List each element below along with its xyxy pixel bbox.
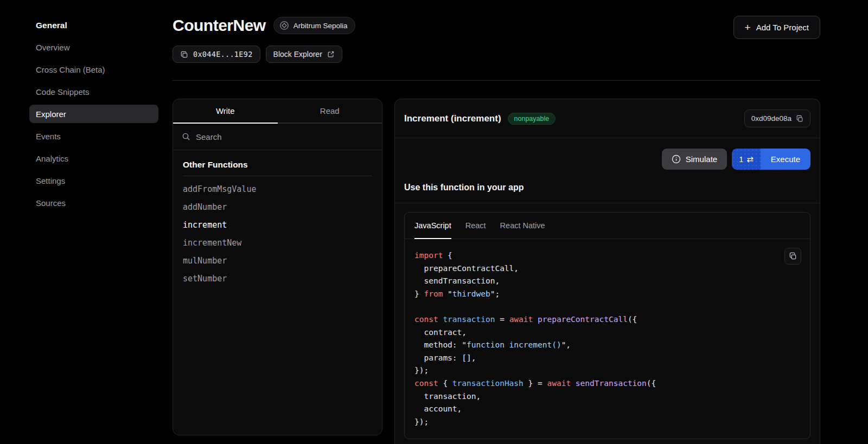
sidebar-item-analytics[interactable]: Analytics <box>29 149 158 168</box>
code-line: } from "thirdweb"; <box>414 288 800 301</box>
copy-icon <box>796 115 803 123</box>
function-item-addNumber[interactable]: addNumber <box>183 198 372 216</box>
function-title: Increment (increment) <box>404 113 501 124</box>
function-item-incrementNew[interactable]: incrementNew <box>183 234 372 252</box>
add-to-project-button[interactable]: + Add To Project <box>733 16 820 39</box>
queue-count: 1 <box>739 155 743 164</box>
copy-icon <box>180 50 188 59</box>
contract-explorer-page: General OverviewCross Chain (Beta)Code S… <box>0 0 868 444</box>
code-block: import { prepareContractCall, sendTransa… <box>414 249 800 428</box>
explorer-content: WriteRead Other Functions addFromMsgValu… <box>173 99 820 444</box>
sidebar-item-code-snippets[interactable]: Code Snippets <box>29 82 158 101</box>
tab-read[interactable]: Read <box>278 99 382 124</box>
code-tab-react-native[interactable]: React Native <box>500 213 545 239</box>
code-tab-javascript[interactable]: JavaScript <box>414 213 451 239</box>
code-line: contract, <box>414 326 800 339</box>
sidebar-section-title: General <box>29 16 158 35</box>
code-line: account, <box>414 403 800 416</box>
search-input[interactable] <box>196 132 373 141</box>
code-line: }); <box>414 364 800 377</box>
network-badge-label: Arbitrum Sepolia <box>293 22 348 30</box>
network-badge[interactable]: Arbitrum Sepolia <box>273 17 356 34</box>
read-write-tabbar: WriteRead <box>173 99 382 124</box>
main-content: CounterNew Arbitrum Sepolia 0x044E...1E9… <box>173 0 820 444</box>
function-selector: 0xd09de08a <box>751 114 792 123</box>
code-line: transaction, <box>414 390 800 403</box>
sidebar-nav: OverviewCross Chain (Beta)Code SnippetsE… <box>29 38 158 212</box>
sidebar-item-settings[interactable]: Settings <box>29 171 158 190</box>
transaction-queue-button[interactable]: 1 ⇄ <box>732 149 761 170</box>
copy-icon <box>789 252 797 260</box>
code-line: prepareContractCall, <box>414 262 800 275</box>
functions-group-title: Other Functions <box>183 160 372 176</box>
plus-icon: + <box>745 22 751 33</box>
add-to-project-label: Add To Project <box>756 23 809 32</box>
contract-header: CounterNew Arbitrum Sepolia <box>173 16 355 35</box>
contract-address: 0x044E...1E92 <box>193 50 253 59</box>
block-explorer-label: Block Explorer <box>273 50 322 59</box>
code-line: const transaction = await prepareContrac… <box>414 313 800 326</box>
tab-write[interactable]: Write <box>173 99 278 124</box>
network-icon <box>279 21 289 30</box>
function-search-box[interactable] <box>173 124 382 150</box>
function-item-increment[interactable]: increment <box>183 216 372 234</box>
code-tab-react[interactable]: React <box>465 213 486 239</box>
code-area: import { prepareContractCall, sendTransa… <box>405 239 810 439</box>
sidebar-item-overview[interactable]: Overview <box>29 38 158 56</box>
simulate-label: Simulate <box>686 155 717 164</box>
info-icon <box>672 155 681 164</box>
code-snippet-panel: JavaScriptReactReact Native import { pre… <box>404 212 810 439</box>
code-line: }); <box>414 416 800 429</box>
usage-heading: Use this function in your app <box>395 180 820 203</box>
usage-divider <box>395 203 820 203</box>
code-line <box>414 300 800 313</box>
swap-arrows-icon: ⇄ <box>746 155 754 163</box>
execute-button[interactable]: Execute <box>761 149 810 170</box>
function-selector-button[interactable]: 0xd09de08a <box>744 110 810 127</box>
code-line: sendTransaction, <box>414 275 800 288</box>
functions-list: addFromMsgValueaddNumberincrementincreme… <box>183 181 372 288</box>
page-title: CounterNew <box>173 16 266 35</box>
code-line: import { <box>414 249 800 262</box>
external-link-icon <box>327 50 335 58</box>
functions-panel: WriteRead Other Functions addFromMsgValu… <box>173 99 382 435</box>
function-actions-row: Simulate 1 ⇄ Execute <box>395 138 820 180</box>
code-line: method: "function increment()", <box>414 339 800 352</box>
functions-list-section: Other Functions addFromMsgValueaddNumber… <box>173 150 382 288</box>
search-icon <box>182 132 190 141</box>
sidebar-item-explorer[interactable]: Explorer <box>29 105 158 123</box>
code-language-tabs: JavaScriptReactReact Native <box>405 213 810 239</box>
function-detail-header: Increment (increment) nonpayable 0xd09de… <box>395 99 820 138</box>
block-explorer-button[interactable]: Block Explorer <box>266 46 342 63</box>
function-detail-panel: Increment (increment) nonpayable 0xd09de… <box>394 99 820 444</box>
function-item-mulNumber[interactable]: mulNumber <box>183 252 372 270</box>
sidebar-item-events[interactable]: Events <box>29 127 158 145</box>
simulate-button[interactable]: Simulate <box>662 149 727 170</box>
sidebar-item-cross-chain-beta[interactable]: Cross Chain (Beta) <box>29 60 158 79</box>
code-line: params: [], <box>414 352 800 365</box>
code-line: const { transactionHash } = await sendTr… <box>414 377 800 390</box>
contract-address-button[interactable]: 0x044E...1E92 <box>173 46 260 63</box>
header-divider <box>173 80 820 81</box>
sidebar: General OverviewCross Chain (Beta)Code S… <box>29 16 158 216</box>
mutability-badge: nonpayable <box>508 113 556 125</box>
function-item-addFromMsgValue[interactable]: addFromMsgValue <box>183 181 372 198</box>
execute-split-button: 1 ⇄ Execute <box>732 149 810 170</box>
copy-code-button[interactable] <box>784 248 801 265</box>
sidebar-item-sources[interactable]: Sources <box>29 194 158 212</box>
function-item-setNumber[interactable]: setNumber <box>183 270 372 288</box>
contract-meta-row: 0x044E...1E92 Block Explorer <box>173 46 342 63</box>
